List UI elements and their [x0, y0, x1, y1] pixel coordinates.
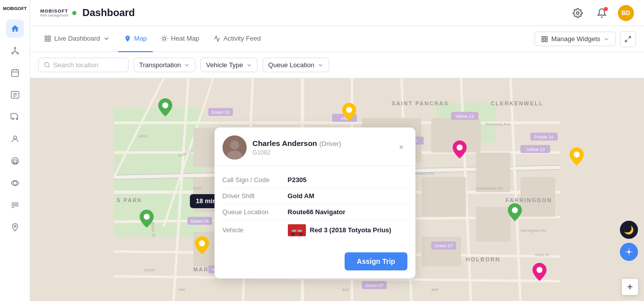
popup-close-button[interactable]: ×	[395, 141, 407, 154]
driver-shift-label: Driver Shift	[223, 192, 288, 200]
map-background: SAINT PANCRAS CLERKENWELL FARRINGDON MAR…	[30, 78, 644, 301]
driver-info: Charles Anderson (Driver) G1082	[253, 139, 341, 156]
map-pin-green-1[interactable]	[158, 98, 172, 118]
vehicle-thumbnail	[288, 224, 306, 236]
svg-point-38	[45, 63, 49, 67]
svg-line-39	[48, 66, 49, 67]
sidebar-icon-reports[interactable]	[6, 86, 24, 104]
map-pin-pink[interactable]	[453, 140, 467, 161]
svg-text:A501: A501	[139, 134, 148, 138]
driver-avatar	[223, 135, 247, 160]
svg-text:Purple 24: Purple 24	[534, 134, 553, 139]
nav-right-actions: Manage Widgets	[534, 31, 636, 47]
notification-badge	[604, 7, 608, 11]
vehicle-name: Red 3 (2018 Totyota Prius)	[310, 226, 391, 234]
svg-point-16	[14, 136, 17, 139]
logo-area: MOBISOFT fleet management	[40, 9, 76, 17]
app-shell: MOBISOFT	[0, 0, 644, 301]
svg-rect-32	[542, 36, 544, 38]
logo: MOBISOFT	[3, 6, 27, 12]
svg-rect-140	[298, 230, 302, 232]
tab-map[interactable]: Map	[118, 26, 153, 52]
svg-point-138	[299, 233, 302, 235]
top-header: MOBISOFT fleet management Dashboard BD	[30, 0, 644, 26]
header-actions: BD	[570, 5, 634, 21]
tab-heat-map-label: Heat Map	[171, 35, 199, 42]
svg-text:CLERKENWELL: CLERKENWELL	[491, 100, 544, 106]
vehicle-value: Red 3 (2018 Totyota Prius)	[288, 224, 391, 236]
driver-shift-value: Gold AM	[288, 192, 314, 200]
popup-header: Charles Anderson (Driver) G1082 ×	[214, 127, 415, 166]
map-area[interactable]: SAINT PANCRAS CLERKENWELL FARRINGDON MAR…	[30, 78, 644, 301]
manage-widgets-button[interactable]: Manage Widgets	[534, 32, 616, 46]
svg-rect-27	[45, 36, 47, 38]
svg-point-125	[457, 144, 463, 150]
svg-text:A40: A40	[178, 287, 186, 292]
driver-id: G1082	[253, 149, 341, 156]
sidebar-icon-org[interactable]	[6, 42, 24, 60]
page-title: Dashboard	[82, 7, 564, 19]
vehicle-type-filter[interactable]: Vehicle Type	[200, 58, 257, 72]
svg-line-4	[12, 51, 15, 52]
svg-point-124	[346, 107, 352, 113]
svg-point-31	[163, 37, 166, 40]
tab-live-dashboard[interactable]: Live Dashboard	[38, 26, 116, 52]
main-area: MOBISOFT fleet management Dashboard BD	[30, 0, 644, 301]
map-pin-pink-2[interactable]	[532, 263, 547, 283]
location-button[interactable]	[620, 243, 638, 261]
svg-point-137	[291, 233, 294, 235]
map-pin-green-2[interactable]	[140, 210, 154, 230]
map-pin-yellow-1[interactable]	[342, 103, 356, 123]
svg-point-128	[199, 240, 205, 246]
map-pin-green-3[interactable]	[508, 203, 522, 223]
svg-point-123	[162, 102, 168, 108]
svg-text:FARRINGDON: FARRINGDON	[505, 197, 552, 203]
svg-line-5	[15, 51, 18, 52]
assign-trip-button[interactable]: Assign Trip	[345, 252, 407, 270]
svg-text:Farringdon Rd: Farringdon Rd	[520, 228, 546, 233]
tab-activity-feed[interactable]: Activity Feed	[207, 26, 267, 52]
tab-heat-map[interactable]: Heat Map	[155, 26, 205, 52]
call-sign-value: P2305	[288, 176, 307, 184]
sidebar-icon-settings2[interactable]	[6, 196, 24, 214]
svg-point-129	[574, 152, 580, 158]
user-avatar[interactable]: BD	[618, 5, 634, 21]
svg-rect-33	[546, 36, 548, 38]
svg-line-37	[625, 40, 627, 42]
settings-button[interactable]	[570, 5, 586, 21]
zoom-in-button[interactable]: +	[622, 279, 638, 295]
sidebar-icon-calendar[interactable]	[6, 64, 24, 82]
dark-mode-button[interactable]: 🌙	[620, 221, 638, 239]
svg-text:A40: A40	[431, 287, 439, 292]
queue-location-label-detail: Queue Location	[223, 208, 288, 216]
svg-point-127	[512, 207, 518, 213]
fullscreen-button[interactable]	[620, 31, 636, 47]
queue-location-value: Route66 Navigator	[288, 208, 346, 216]
sidebar-icon-eye[interactable]	[6, 174, 24, 192]
svg-text:Green 01: Green 01	[211, 110, 230, 115]
search-location-input[interactable]: Search location	[38, 58, 129, 72]
queue-location-filter[interactable]: Queue Location	[263, 58, 329, 72]
sidebar-icon-car2[interactable]	[6, 152, 24, 170]
driver-name: Charles Anderson	[253, 139, 317, 147]
map-pin-yellow-2[interactable]	[195, 236, 209, 256]
svg-text:Green 07: Green 07	[365, 283, 383, 288]
popup-row-queue-location: Queue Location Route66 Navigator	[223, 204, 407, 220]
sidebar-icon-users[interactable]	[6, 130, 24, 148]
notifications-button[interactable]	[594, 5, 610, 21]
svg-text:A40: A40	[342, 287, 350, 292]
svg-point-14	[12, 118, 14, 119]
driver-name-row: Charles Anderson (Driver)	[253, 139, 341, 148]
tab-activity-feed-label: Activity Feed	[224, 35, 261, 42]
transportation-filter[interactable]: Transportation	[134, 58, 195, 72]
sidebar-icon-vehicles[interactable]	[6, 108, 24, 126]
svg-point-0	[14, 47, 16, 49]
svg-text:B524: B524	[193, 186, 203, 191]
svg-text:Fleet St: Fleet St	[535, 253, 550, 257]
svg-text:Yellow 14: Yellow 14	[455, 114, 474, 119]
map-pin-yellow-3[interactable]	[570, 147, 584, 168]
sidebar-icon-home[interactable]	[6, 20, 24, 38]
svg-rect-29	[45, 39, 47, 41]
sidebar-icon-location[interactable]	[6, 218, 24, 236]
svg-text:S PARK: S PARK	[117, 197, 143, 203]
